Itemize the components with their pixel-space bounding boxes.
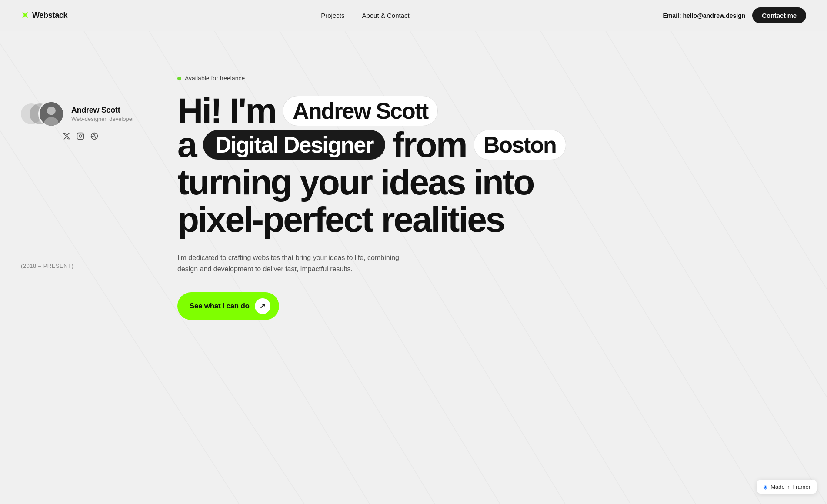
logo-icon: ✕ [21, 10, 29, 21]
profile-row: Andrew Scott Web-designer, developer [21, 101, 160, 127]
svg-rect-17 [77, 133, 84, 140]
hero-line-2: a Digital Designer from Boston [177, 126, 806, 164]
avatar-stack [21, 101, 64, 127]
navbar: ✕ Webstack Projects About & Contact Emai… [0, 0, 827, 31]
hero-hi: Hi! I'm [177, 92, 276, 130]
hero-description: I'm dedicated to crafting websites that … [177, 252, 421, 274]
framer-icon: ◈ [763, 483, 768, 490]
social-icons [62, 131, 160, 141]
nav-right: Email: hello@andrew.design Contact me [663, 7, 806, 23]
profile-name: Andrew Scott [71, 106, 134, 115]
nav-email: Email: hello@andrew.design [663, 12, 746, 19]
cta-button[interactable]: See what i can do ↗ [177, 292, 279, 320]
framer-label: Made in Framer [770, 484, 810, 490]
sidebar: Andrew Scott Web-designer, developer [21, 66, 160, 504]
hero-line-4: pixel-perfect realities [177, 201, 806, 238]
main-content: Andrew Scott Web-designer, developer [0, 31, 827, 504]
hero-from: from [392, 126, 466, 164]
nav-link-about[interactable]: About & Contact [362, 12, 409, 19]
avatar [38, 101, 64, 127]
nav-logo[interactable]: ✕ Webstack [21, 10, 67, 21]
profile-role: Web-designer, developer [71, 116, 134, 122]
year-tag: (2018 – PRESENT) [21, 263, 160, 269]
svg-point-18 [79, 135, 82, 137]
framer-badge[interactable]: ◈ Made in Framer [757, 480, 817, 494]
available-badge: Available for freelance [177, 75, 806, 82]
hero-line-1: Hi! I'm Andrew Scott [177, 92, 806, 130]
boston-pill: Boston [474, 130, 566, 160]
hero-section: Available for freelance Hi! I'm Andrew S… [160, 66, 806, 504]
hero-heading: Hi! I'm Andrew Scott a Digital Designer … [177, 92, 806, 238]
svg-point-15 [47, 107, 56, 115]
designer-pill: Digital Designer [203, 130, 386, 160]
cta-label: See what i can do [190, 302, 250, 310]
logo-text: Webstack [32, 11, 67, 20]
available-text: Available for freelance [185, 75, 245, 82]
name-pill: Andrew Scott [283, 96, 438, 126]
contact-button[interactable]: Contact me [752, 7, 806, 23]
twitter-icon[interactable] [62, 131, 71, 141]
svg-point-19 [82, 134, 83, 135]
profile-section: Andrew Scott Web-designer, developer [21, 101, 160, 141]
cta-arrow-icon: ↗ [255, 298, 270, 314]
hero-line-3: turning your ideas into [177, 164, 806, 201]
profile-info: Andrew Scott Web-designer, developer [71, 106, 134, 122]
nav-links: Projects About & Contact [321, 12, 409, 19]
available-dot [177, 77, 181, 80]
dribbble-icon[interactable] [90, 131, 99, 141]
nav-link-projects[interactable]: Projects [321, 12, 344, 19]
hero-a: a [177, 126, 196, 164]
instagram-icon[interactable] [76, 131, 85, 141]
